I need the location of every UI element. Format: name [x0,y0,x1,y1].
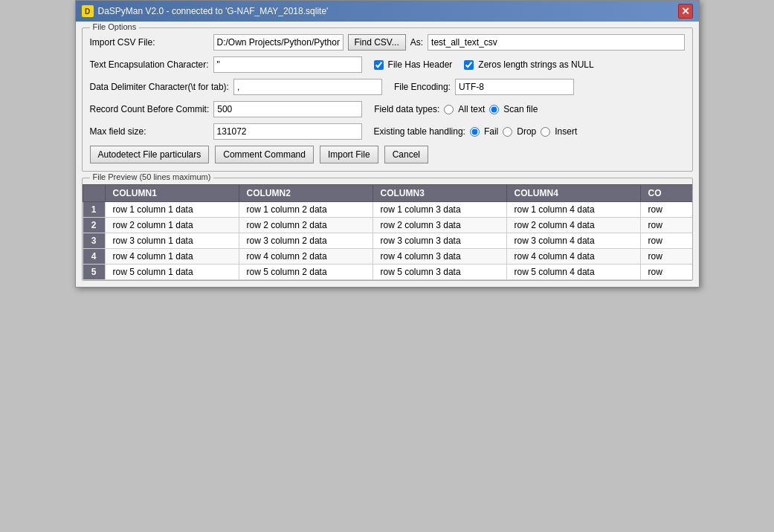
table-header-row: COLUMN1 COLUMN2 COLUMN3 COLUMN4 CO [83,185,692,202]
file-encoding-label: File Encoding: [394,82,451,92]
text-encap-label: Text Encapsulation Character: [90,59,209,70]
app-icon: D [82,5,94,17]
row-col2: row 3 column 2 data [239,233,373,249]
drop-radio[interactable] [503,127,512,137]
preview-table: COLUMN1 COLUMN2 COLUMN3 COLUMN4 CO 1 row… [83,184,692,280]
field-data-label: Field data types: [374,104,439,114]
title-bar-left: D DaSPyMan V2.0 - connected to 'G-NAF_MA… [82,5,329,17]
fail-label: Fail [484,126,498,137]
header-col1: COLUMN1 [105,185,239,202]
as-input[interactable] [428,34,684,51]
text-encap-input[interactable] [213,56,362,73]
max-field-input[interactable] [213,123,362,140]
zeros-null-label: Zeros length strings as NULL [478,59,593,70]
file-has-header-group: File Has Header Zeros length strings as … [374,59,594,70]
row-col1: row 2 column 1 data [105,218,239,233]
row-num-cell: 2 [83,218,105,233]
max-field-label: Max field size: [90,126,209,137]
existing-table-radio-group: Fail Drop Insert [470,126,577,137]
import-csv-label: Import CSV File: [90,37,209,48]
row-col3: row 2 column 3 data [373,218,506,233]
row-col3: row 5 column 3 data [373,265,506,280]
header-rownum [83,185,105,202]
row-col4: row 5 column 4 data [506,265,640,280]
row-col4: row 1 column 4 data [506,202,640,218]
insert-radio[interactable] [541,127,550,137]
record-count-row: Record Count Before Commit: Field data t… [90,101,685,117]
scan-file-label: Scan file [503,104,538,114]
file-options-group: File Options Import CSV File: document.q… [82,27,693,172]
row-col4: row 2 column 4 data [506,218,640,233]
cancel-button[interactable]: Cancel [384,146,428,163]
row-col3: row 3 column 3 data [373,233,506,249]
as-label: As: [410,37,423,48]
row-col2: row 1 column 2 data [239,202,373,218]
row-col2: row 2 column 2 data [239,218,373,233]
drop-label: Drop [517,126,536,137]
find-csv-button[interactable]: Find CSV... [348,34,406,51]
action-buttons: Autodetect File particulars Comment Comm… [90,146,685,163]
row-col1: row 3 column 1 data [105,233,239,249]
table-row: 5 row 5 column 1 data row 5 column 2 dat… [83,265,692,280]
record-count-label: Record Count Before Commit: [90,104,210,114]
data-delim-label: Data Delimiter Character(\t for tab): [90,82,229,92]
comment-button[interactable]: Comment Command [215,146,314,163]
row-col5: row [640,233,692,249]
row-col5: row [640,202,692,218]
row-col1: row 4 column 1 data [105,249,239,265]
import-button[interactable]: Import File [320,146,378,163]
row-num-cell: 5 [83,265,105,280]
row-col2: row 4 column 2 data [239,249,373,265]
max-field-row: Max field size: Existing table handling:… [90,123,685,140]
record-count-input[interactable] [213,101,362,117]
zeros-null-checkbox[interactable] [464,60,474,70]
table-row: 4 row 4 column 1 data row 4 column 2 dat… [83,249,692,265]
all-text-label: All text [458,104,485,114]
preview-table-wrapper[interactable]: COLUMN1 COLUMN2 COLUMN3 COLUMN4 CO 1 row… [83,184,692,280]
row-col1: row 1 column 1 data [105,202,239,218]
file-has-header-label: File Has Header [388,59,453,70]
file-encoding-input[interactable] [455,79,574,95]
file-preview-group: File Preview (50 lines maximum) COLUMN1 … [82,178,693,281]
table-row: 1 row 1 column 1 data row 1 column 2 dat… [83,202,692,218]
all-text-radio[interactable] [444,105,454,114]
row-col4: row 4 column 4 data [506,249,640,265]
header-col2: COLUMN2 [239,185,373,202]
close-button[interactable]: ✕ [678,4,693,19]
window-content: File Options Import CSV File: document.q… [76,22,699,287]
row-col5: row [640,249,692,265]
delim-row: Data Delimiter Character(\t for tab): Fi… [90,79,685,95]
window-title: DaSPyMan V2.0 - connected to 'G-NAF_MAY_… [98,6,329,16]
row-col5: row [640,265,692,280]
table-row: 3 row 3 column 1 data row 3 column 2 dat… [83,233,692,249]
title-bar: D DaSPyMan V2.0 - connected to 'G-NAF_MA… [76,1,699,22]
row-col2: row 5 column 2 data [239,265,373,280]
row-num-cell: 4 [83,249,105,265]
scan-file-radio[interactable] [489,105,499,114]
csv-path-input[interactable] [213,34,344,51]
header-col5: CO [640,185,692,202]
main-window: D DaSPyMan V2.0 - connected to 'G-NAF_MA… [75,0,700,288]
row-col3: row 1 column 3 data [373,202,506,218]
row-num-cell: 1 [83,202,105,218]
text-encap-row: Text Encapsulation Character: File Has H… [90,56,685,73]
import-csv-row: Import CSV File: document.querySelector(… [90,34,685,51]
file-has-header-checkbox[interactable] [374,60,384,70]
header-col3: COLUMN3 [373,185,506,202]
row-col5: row [640,218,692,233]
file-options-title: File Options [90,22,140,31]
row-col1: row 5 column 1 data [105,265,239,280]
existing-table-label: Existing table handling: [374,126,465,137]
insert-label: Insert [555,126,577,137]
fail-radio[interactable] [470,127,480,137]
row-num-cell: 3 [83,233,105,249]
field-data-radio-group: All text Scan file [444,104,538,114]
preview-title: File Preview (50 lines maximum) [90,172,214,181]
header-col4: COLUMN4 [506,185,640,202]
table-row: 2 row 2 column 1 data row 2 column 2 dat… [83,218,692,233]
autodetect-button[interactable]: Autodetect File particulars [90,146,210,163]
data-delim-input[interactable] [233,79,382,95]
row-col4: row 3 column 4 data [506,233,640,249]
row-col3: row 4 column 3 data [373,249,506,265]
